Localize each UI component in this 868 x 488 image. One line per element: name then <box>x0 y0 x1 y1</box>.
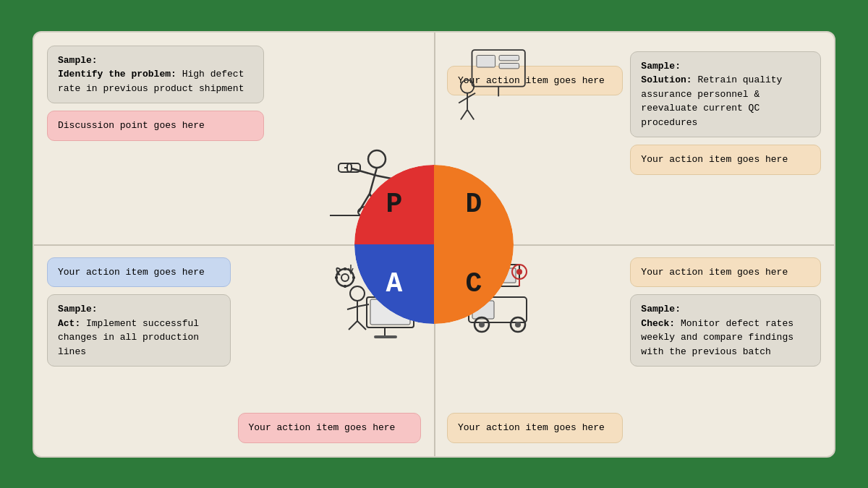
p-label: P <box>386 189 403 220</box>
check-action-card-2: Your action item goes here <box>630 257 821 288</box>
svg-line-21 <box>461 109 467 119</box>
svg-line-19 <box>459 98 467 103</box>
check-action-text-1: Your action item goes here <box>458 422 605 433</box>
circle-c: C <box>434 244 514 324</box>
plan-sample-card: Sample: Identify the problem: High defec… <box>47 46 264 104</box>
check-sample-label: Sample: <box>641 304 681 314</box>
do-illustration <box>445 43 539 123</box>
check-right-cards: Your action item goes here Sample: Check… <box>630 257 821 443</box>
a-label: A <box>386 268 403 299</box>
act-discussion-card: Your action item goes here <box>238 413 422 443</box>
do-right-cards: Sample: Solution: Retrain quality assura… <box>630 51 821 175</box>
svg-rect-13 <box>477 55 495 67</box>
act-action-card: Your action item goes here <box>47 257 231 288</box>
check-action-text-2: Your action item goes here <box>641 267 788 278</box>
pdca-circle: P D A C <box>354 165 514 324</box>
act-sample-card: Sample: Act: Implement successful change… <box>47 294 231 367</box>
check-sample-card: Sample: Check: Monitor defect rates week… <box>630 294 821 367</box>
plan-sample-label: Sample: <box>58 55 98 66</box>
act-action-text: Your action item goes here <box>58 267 205 278</box>
pdca-circle-container: P D A C <box>354 165 514 324</box>
do-solution-label: Solution: <box>641 74 692 85</box>
do-sample-card: Sample: Solution: Retrain quality assura… <box>630 51 821 138</box>
svg-rect-15 <box>499 63 519 68</box>
act-act-label: Act: <box>58 318 80 329</box>
check-action-wrap: Your action item goes here <box>447 413 623 443</box>
svg-line-22 <box>467 109 474 119</box>
act-sample-label: Sample: <box>58 304 98 314</box>
check-action-card-1: Your action item goes here <box>447 413 623 443</box>
do-action-card-2: Your action item goes here <box>630 145 821 175</box>
circle-p: P <box>354 165 434 244</box>
circle-a: A <box>354 244 434 324</box>
check-check-label: Check: <box>641 318 675 329</box>
act-left-cards: Your action item goes here Sample: Act: … <box>47 257 231 443</box>
svg-line-20 <box>467 93 475 97</box>
plan-discussion-card: Discussion point goes here <box>47 111 264 141</box>
svg-rect-14 <box>499 55 519 60</box>
circle-d: D <box>434 165 514 244</box>
main-frame: Sample: Identify the problem: High defec… <box>33 31 835 458</box>
do-action-text-2: Your action item goes here <box>641 154 788 165</box>
d-label: D <box>466 189 482 220</box>
plan-cards: Sample: Identify the problem: High defec… <box>47 46 264 141</box>
plan-problem-label: Identify the problem: <box>58 69 176 80</box>
c-label: C <box>466 268 482 299</box>
do-sample-label: Sample: <box>641 61 681 72</box>
plan-discussion-text: Discussion point goes here <box>58 120 205 131</box>
act-discussion-text: Your action item goes here <box>249 422 396 433</box>
svg-point-17 <box>461 80 474 93</box>
